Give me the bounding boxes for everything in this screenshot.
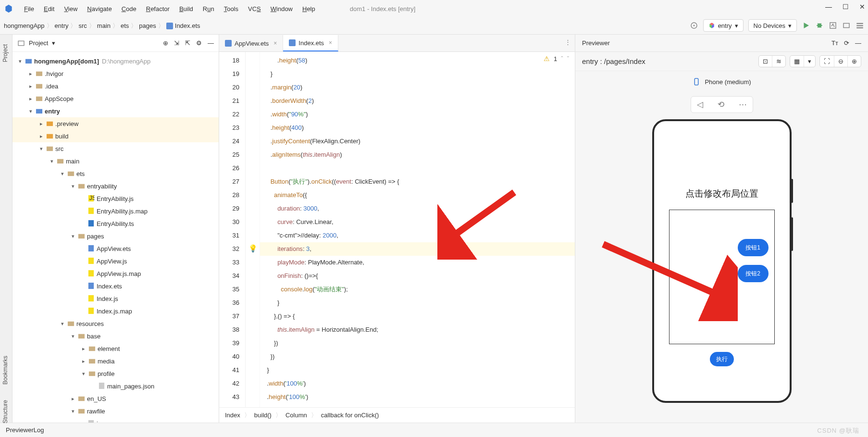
profiler-icon[interactable] [829,21,837,30]
menu-vcs[interactable]: VCS [244,3,265,14]
grid-icon[interactable]: ▦ [790,56,804,67]
hide-icon[interactable]: — [855,39,861,47]
close-icon[interactable]: × [273,40,277,47]
app-button-2[interactable]: 按钮2 [738,265,769,282]
tree-file[interactable]: img.png [12,417,219,423]
breadcrumb-item[interactable]: pages [139,22,156,29]
menu-tools[interactable]: Tools [220,3,242,14]
tree-item[interactable]: ▸media [12,355,219,367]
back-icon[interactable]: ◁ [694,99,706,111]
tree-item[interactable]: ▸build [12,130,219,142]
breadcrumb-item[interactable]: entry [55,22,69,29]
project-tree[interactable]: ▾hongmengApp [dom1]D:\hongmengApp ▸.hvig… [12,52,219,423]
target-icon[interactable] [690,21,698,30]
tree-file[interactable]: Index.js.map [12,305,219,317]
code-bc-item[interactable]: Index [225,412,240,419]
module-selector[interactable]: entry ▾ [703,19,744,32]
menu-code[interactable]: Code [118,3,140,14]
zoom-out-icon[interactable]: ⊖ [834,56,848,67]
layers-icon[interactable]: ≋ [772,56,785,67]
tree-file[interactable]: main_pages.json [12,380,219,392]
code-content[interactable]: .height(58) } .margin(20) .borderWidth(2… [260,52,575,407]
tree-file[interactable]: AppView.js [12,255,219,267]
window-maximize-icon[interactable]: ☐ [843,3,849,11]
app-run-button[interactable]: 执行 [710,352,734,366]
inspect-icon[interactable]: ⊡ [759,56,772,67]
menu-window[interactable]: Window [267,3,297,14]
tree-item[interactable]: ▾ets [12,167,219,180]
window-minimize-icon[interactable]: — [825,3,832,11]
tree-file[interactable]: Index.js [12,292,219,305]
line-gutter[interactable]: 1819202122232425262728293031323334353637… [219,52,246,407]
zoom-controls[interactable]: ⛶⊖⊕ [819,55,861,67]
inspection-widget[interactable]: ⚠ 1 ˆˇ [544,55,569,62]
run-icon[interactable] [802,21,810,30]
tree-file[interactable]: EntryAbility.ts [12,217,219,230]
tree-item[interactable]: ▾main [12,155,219,167]
settings-icon[interactable]: ⚙ [196,39,202,47]
menu-view[interactable]: View [60,3,81,14]
fullscreen-icon[interactable]: ⛶ [820,56,834,67]
collapse-icon[interactable]: ⇱ [185,39,190,47]
tree-item[interactable]: ▾src [12,142,219,155]
tree-item[interactable]: ▸AppScope [12,92,219,105]
window-close-icon[interactable]: ✕ [859,3,865,11]
tree-item[interactable]: ▾rawfile [12,405,219,417]
breadcrumb-item[interactable]: Index.ets [175,22,200,29]
device-selector[interactable]: No Devices ▾ [748,19,797,32]
code-bc-item[interactable]: Column [285,412,307,419]
tree-item[interactable]: ▾profile [12,367,219,380]
tree-file[interactable]: Index.ets [12,280,219,292]
side-tab-project[interactable]: Project [2,44,9,62]
menu-file[interactable]: File [20,3,38,14]
expand-icon[interactable]: ⇲ [174,39,179,47]
status-previewer-log[interactable]: PreviewerLog [6,426,44,434]
menu-help[interactable]: Help [298,3,319,14]
menu-refactor[interactable]: Refactor [142,3,174,14]
code-bc-item[interactable]: callback for onClick() [321,412,379,419]
tab-appview[interactable]: AppView.ets× [219,35,283,51]
menu-build[interactable]: Build [175,3,197,14]
app-button-1[interactable]: 按钮1 [738,239,769,256]
chevron-down-icon[interactable]: ▾ [804,56,815,67]
tree-item[interactable]: ▾pages [12,230,219,242]
tree-item[interactable]: ▸.preview [12,117,219,130]
tt-icon[interactable]: Tт [831,39,838,47]
menu-run[interactable]: Run [199,3,218,14]
tree-item[interactable]: ▾resources [12,317,219,330]
zoom-in-icon[interactable]: ⊕ [848,56,861,67]
side-tab-structure[interactable]: Structure [2,400,9,424]
debug-icon[interactable] [815,21,824,30]
code-editor[interactable]: ⚠ 1 ˆˇ 181920212223242526272829303132333… [219,52,575,407]
tree-item[interactable]: ▾base [12,330,219,342]
side-tab-bookmarks[interactable]: Bookmarks [2,356,9,385]
tree-file[interactable]: AppView.js.map [12,267,219,280]
more-icon[interactable]: ⋯ [736,99,750,111]
tree-item[interactable]: ▸.hvigor [12,67,219,80]
tabs-more-icon[interactable]: ⋮ [565,38,571,46]
tree-item[interactable]: ▸element [12,342,219,355]
code-bc-item[interactable]: build() [254,412,272,419]
hide-icon[interactable]: — [208,39,214,47]
refresh-icon[interactable]: ⟳ [844,39,849,47]
tree-file[interactable]: EntryAbility.js.map [12,205,219,217]
view-toggle[interactable]: ▦▾ [790,55,816,67]
rotate-icon[interactable]: ⟲ [715,99,727,111]
more-icon[interactable] [856,21,864,30]
breadcrumb-item[interactable]: main [97,22,111,29]
tree-item[interactable]: ▸en_US [12,392,219,405]
breadcrumb-item[interactable]: ets [121,22,129,29]
close-icon[interactable]: × [329,39,332,46]
locate-icon[interactable]: ⊕ [163,39,168,47]
tree-item[interactable]: ▸.idea [12,80,219,92]
menu-navigate[interactable]: Navigate [83,3,115,14]
tree-file[interactable]: JSEntryAbility.js [12,192,219,205]
tree-root[interactable]: ▾hongmengApp [dom1]D:\hongmengApp [12,55,219,67]
inspect-toggle[interactable]: ⊡≋ [758,55,786,67]
attach-icon[interactable] [842,21,851,30]
breadcrumb-item[interactable]: hongmengApp [4,22,45,29]
tree-item[interactable]: ▾entryability [12,180,219,192]
chevron-down-icon[interactable]: ▾ [52,39,55,47]
tab-index[interactable]: Index.ets× [283,35,338,51]
breadcrumb-item[interactable]: src [78,22,87,29]
